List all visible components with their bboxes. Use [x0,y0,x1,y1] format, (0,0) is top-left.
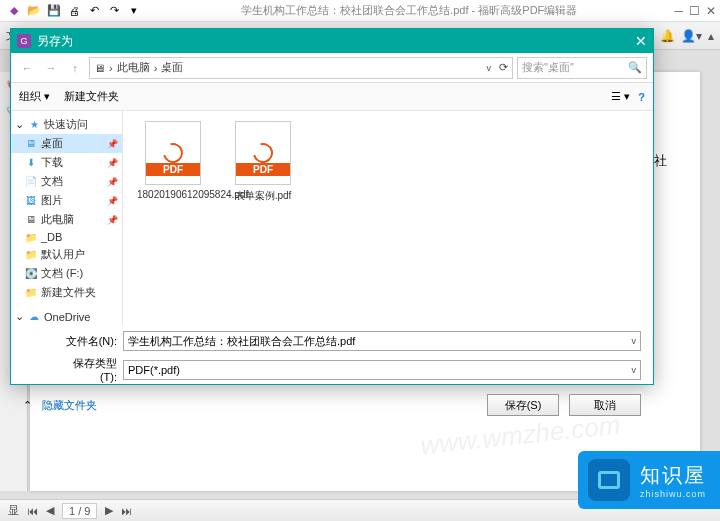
toggle-folders-icon[interactable]: ⌃ [23,399,32,412]
more-icon[interactable]: ▾ [126,3,142,19]
open-icon[interactable]: 📂 [26,3,42,19]
minimize-icon[interactable]: ─ [674,4,683,18]
crumb-dropdown-icon[interactable]: v [487,63,492,73]
page-first-icon[interactable]: ⏮ [27,505,38,517]
tree-documents[interactable]: 📄文档📌 [11,172,122,191]
tree-doc-f[interactable]: 💽文档 (F:) [11,264,122,283]
search-icon[interactable]: 🔍 [628,61,642,74]
tree-onedrive[interactable]: ⌄☁OneDrive [11,308,122,325]
dialog-app-icon: G [17,34,31,48]
help-icon[interactable]: ? [638,91,645,103]
crumb-thispc[interactable]: 此电脑 [117,60,150,75]
nav-forward-icon[interactable]: → [41,62,61,74]
close-app-icon[interactable]: ✕ [706,4,716,18]
dialog-fields: 文件名(N): 学生机构工作总结：校社团联合会工作总结.pdf v 保存类型(T… [11,325,653,383]
tree-new-folder[interactable]: 📁新建文件夹 [11,283,122,302]
nav-up-icon[interactable]: ↑ [65,62,85,74]
app-icon: ◆ [6,3,22,19]
save-icon[interactable]: 💾 [46,3,62,19]
view-mode-icon[interactable]: ☰ ▾ [611,90,630,103]
organize-button[interactable]: 组织 ▾ [19,89,50,104]
nav-back-icon[interactable]: ← [17,62,37,74]
filetype-label: 保存类型(T): [57,356,117,383]
tree-db[interactable]: 📁_DB [11,229,122,245]
chevron-down-icon[interactable]: v [632,365,637,375]
tree-thispc[interactable]: 🖥此电脑📌 [11,210,122,229]
pdf-badge: PDF [146,163,200,176]
filename-label: 文件名(N): [57,334,117,349]
refresh-icon[interactable]: ⟳ [499,61,508,74]
search-box[interactable]: 搜索"桌面" 🔍 [517,57,647,79]
notify-icon[interactable]: 🔔 [660,29,675,43]
user-icon[interactable]: 👤▾ [681,29,702,43]
redo-icon[interactable]: ↷ [106,3,122,19]
tree-downloads[interactable]: ⬇下载📌 [11,153,122,172]
dialog-footer: ⌃ 隐藏文件夹 保存(S) 取消 [11,388,653,422]
nav-tree: ⌄★快速访问 🖥桌面📌 ⬇下载📌 📄文档📌 🖼图片📌 🖥此电脑📌 📁_DB 📁默… [11,111,123,325]
collapse-ribbon-icon[interactable]: ▴ [708,29,714,43]
undo-icon[interactable]: ↶ [86,3,102,19]
dialog-nav: ← → ↑ 🖥 › 此电脑 › 桌面 v ⟳ 搜索"桌面" 🔍 [11,53,653,83]
brand-badge: 知识屋 zhishiwu.com [578,451,720,509]
page-next-icon[interactable]: ▶ [105,504,113,517]
print-icon[interactable]: 🖨 [66,3,82,19]
hide-folders-link[interactable]: 隐藏文件夹 [42,398,97,413]
brand-sub: zhishiwu.com [640,489,706,499]
brand-logo-icon [588,459,630,501]
app-title: 学生机构工作总结：校社团联合会工作总结.pdf - 福昕高级PDF编辑器 [144,3,674,18]
new-folder-button[interactable]: 新建文件夹 [64,89,119,104]
page-last-icon[interactable]: ⏭ [121,505,132,517]
pdf-thumb: PDF [145,121,201,185]
pdf-badge: PDF [236,163,290,176]
file-item[interactable]: PDF 18020190612095824.pdf [137,121,209,200]
pdf-thumb: PDF [235,121,291,185]
save-as-dialog: G 另存为 ✕ ← → ↑ 🖥 › 此电脑 › 桌面 v ⟳ 搜索"桌面" 🔍 … [10,28,654,385]
file-item[interactable]: PDF 表单案例.pdf [227,121,299,203]
status-menu[interactable]: 显 [8,503,19,518]
crumb-desktop[interactable]: 桌面 [161,60,183,75]
cancel-button[interactable]: 取消 [569,394,641,416]
page-indicator: 1 / 9 [62,503,97,519]
dialog-title: 另存为 [37,33,73,50]
dialog-titlebar: G 另存为 ✕ [11,29,653,53]
dialog-toolbar: 组织 ▾ 新建文件夹 ☰ ▾ ? [11,83,653,111]
file-name: 表单案例.pdf [227,189,299,203]
file-name: 18020190612095824.pdf [137,189,209,200]
tree-default-user[interactable]: 📁默认用户 [11,245,122,264]
dialog-body: ⌄★快速访问 🖥桌面📌 ⬇下载📌 📄文档📌 🖼图片📌 🖥此电脑📌 📁_DB 📁默… [11,111,653,325]
filename-input[interactable]: 学生机构工作总结：校社团联合会工作总结.pdf v [123,331,641,351]
quick-access-toolbar: ◆ 📂 💾 🖨 ↶ ↷ ▾ 学生机构工作总结：校社团联合会工作总结.pdf - … [0,0,720,22]
search-placeholder: 搜索"桌面" [522,60,574,75]
file-pane[interactable]: PDF 18020190612095824.pdf PDF 表单案例.pdf [123,111,653,325]
maximize-icon[interactable]: ☐ [689,4,700,18]
breadcrumb[interactable]: 🖥 › 此电脑 › 桌面 v ⟳ [89,57,513,79]
pc-icon: 🖥 [94,62,105,74]
filetype-select[interactable]: PDF(*.pdf) v [123,360,641,380]
tree-desktop[interactable]: 🖥桌面📌 [11,134,122,153]
brand-name: 知识屋 [640,464,706,486]
chevron-down-icon[interactable]: v [632,336,637,346]
page-prev-icon[interactable]: ◀ [46,504,54,517]
tree-pictures[interactable]: 🖼图片📌 [11,191,122,210]
dialog-close-icon[interactable]: ✕ [635,33,647,49]
save-button[interactable]: 保存(S) [487,394,559,416]
tree-quick-access[interactable]: ⌄★快速访问 [11,115,122,134]
